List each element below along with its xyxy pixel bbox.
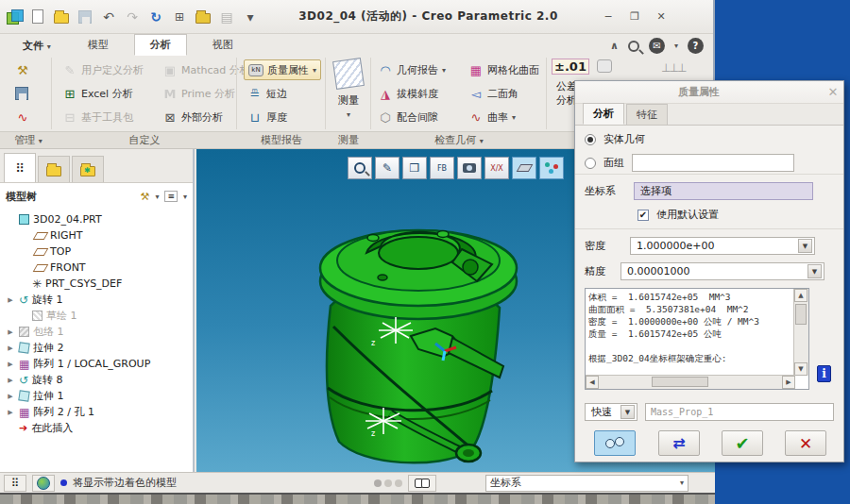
zoom-in-icon[interactable] [348,157,372,179]
plane-display-icon[interactable] [512,157,536,179]
tab-model[interactable]: 模型 [72,34,125,56]
draft-check-button[interactable]: ◮拔模斜度 [374,83,442,104]
vscroll-thumb[interactable] [795,304,807,325]
cancel-button[interactable]: ✕ [785,430,826,456]
mode-dropdown-icon[interactable]: ▼ [620,405,635,419]
dialog-tab-analysis[interactable]: 分析 [583,103,624,125]
curvature-button[interactable]: ∿曲率▾ [465,107,519,127]
results-vertical-scrollbar[interactable]: ▲ ▼ [793,289,808,376]
maximize-button[interactable]: ❐ [624,9,645,25]
hscroll-thumb[interactable] [652,377,708,387]
tab-file[interactable]: 文件 ▾ [11,36,62,56]
erase-icon[interactable]: ▤ [218,8,235,25]
dialog-tab-feature[interactable]: 特征 [626,104,668,125]
quilt-collector-field[interactable] [632,154,794,172]
close-button[interactable]: ✕ [651,9,672,25]
minimize-button[interactable]: ─ [598,9,619,25]
mode-combo[interactable]: 快速▼ [585,403,638,421]
density-dropdown-icon[interactable]: ▼ [798,239,812,253]
tab-view[interactable]: 视图 [196,34,249,56]
prime-analysis-button[interactable]: MPrime 分析 [159,83,239,104]
mesh-surface-button[interactable]: ▦网格化曲面 [465,59,543,80]
toolkit-based-button[interactable]: ⊟基于工具包 [59,107,137,127]
tree-item[interactable]: ▶↺旋转 8 [6,372,193,388]
close-window-icon[interactable] [195,8,212,25]
datum-axis-display-icon[interactable]: X/X [484,157,509,179]
command-locator-dropdown-icon[interactable]: ▾ [674,42,678,50]
save-icon[interactable] [76,8,94,25]
csys-display-icon[interactable] [539,157,564,179]
repeat-button[interactable]: ⇄ [658,430,700,456]
mass-properties-button[interactable]: kN质量属性▾ [244,59,321,80]
command-locator-icon[interactable]: ✉ [649,38,665,54]
scroll-left-icon[interactable]: ◀ [586,376,599,389]
search-icon[interactable] [628,41,639,52]
tree-item[interactable]: ▶拉伸 1 [6,388,193,404]
dialog-close-icon[interactable]: ✕ [823,85,843,99]
dihedral-angle-button[interactable]: ◅二面角 [465,83,522,104]
manage-analysis-icon[interactable]: ⚒ [11,59,34,80]
tree-item[interactable]: ▶包络 1 [6,324,193,340]
solid-geometry-radio[interactable] [585,134,596,145]
quilt-radio[interactable] [585,158,596,169]
group-inspect-geometry[interactable]: 检查几何 ▾ [372,133,546,147]
tree-item[interactable]: FRONT [6,260,193,276]
favorites-tab[interactable]: ✱ [72,156,104,182]
saved-analysis-icon[interactable] [11,83,32,104]
use-default-checkbox[interactable]: ✔ [638,210,649,221]
group-manage[interactable]: 管理 ▾ [6,133,51,147]
tree-settings-icon[interactable]: ⚒ [141,191,150,203]
qat-more-icon[interactable]: ▾ [242,8,259,25]
saved-orientations-icon[interactable]: ❒ [402,157,427,179]
selection-filter-combo[interactable]: 坐标系▾ [485,475,688,492]
repaint-icon[interactable]: ✎ [375,157,400,179]
accuracy-dropdown-icon[interactable]: ▼ [808,264,822,278]
density-combo[interactable]: 1.000000e+00▼ [630,237,815,255]
user-defined-analysis-button[interactable]: ✎用户定义分析 [59,59,147,80]
view-normal-icon[interactable]: FB [430,157,454,179]
scroll-down-icon[interactable]: ▼ [794,362,808,376]
tree-item-insert-here[interactable]: ➔在此插入 [6,420,193,436]
results-horizontal-scrollbar[interactable]: ◀ ▶ [586,375,795,389]
ok-button[interactable]: ✔ [722,430,763,456]
browser-toggle-icon[interactable] [32,475,55,492]
mathcad-analysis-button[interactable]: ▣Mathcad 分析 [159,59,254,80]
tree-item[interactable]: ▶↺旋转 1 [6,292,193,308]
scroll-right-icon[interactable]: ▶ [782,376,795,389]
3d-model[interactable]: z z [277,194,588,472]
redo-icon[interactable]: ↷ [124,8,141,25]
csys-collector-field[interactable]: 选择项 [634,182,813,200]
tree-item[interactable]: ▶拉伸 2 [6,340,193,356]
dialog-title-bar[interactable]: 质量属性 ✕ [575,81,843,104]
info-icon[interactable]: i [817,365,831,382]
collapse-ribbon-icon[interactable]: ∧ [610,40,619,52]
regenerate-icon[interactable]: ↻ [147,8,164,25]
results-box[interactable]: 体积 = 1.6015742e+05 MM^3曲面面积 = 5.3507381e… [585,288,809,390]
help-icon[interactable]: ? [688,38,704,54]
view-manager-icon[interactable] [457,157,482,179]
tree-item[interactable]: 3D02_04.PRT [6,211,193,227]
tree-item[interactable]: 草绘 1 [6,308,193,324]
tree-toggle-icon[interactable]: ⠿ [4,475,26,492]
undo-icon[interactable]: ↶ [100,8,117,25]
pair-clearance-button[interactable]: ⬡配合间隙 [374,107,442,127]
tree-show-icon[interactable]: ≡ [164,191,178,202]
scroll-up-icon[interactable]: ▲ [794,289,808,302]
mass-properties-dropdown-icon[interactable]: ▾ [313,66,316,75]
external-analysis-button[interactable]: ⊠外部分析 [159,107,227,127]
open-file-icon[interactable] [53,8,70,25]
accuracy-combo[interactable]: 0.00001000▼ [620,262,824,280]
tab-analysis[interactable]: 分析 [134,34,187,56]
analysis-graph-icon[interactable]: ∿ [11,107,34,127]
measure-button[interactable]: 测量 ▾ [331,59,366,120]
folder-browser-tab[interactable] [38,156,70,182]
windows-icon[interactable]: ⊞ [171,8,188,25]
thickness-button[interactable]: ⊔厚度 [244,107,291,127]
new-file-icon[interactable] [29,8,46,25]
analysis-name-field[interactable]: Mass_Prop_1 [645,403,834,421]
geometry-report-button[interactable]: ◠几何报告▾ [374,59,450,80]
excel-analysis-button[interactable]: ⊞Excel 分析 [59,83,137,104]
short-edge-button[interactable]: ≞短边 [244,83,291,104]
find-icon[interactable] [408,475,436,492]
tree-item[interactable]: RIGHT [6,227,193,244]
